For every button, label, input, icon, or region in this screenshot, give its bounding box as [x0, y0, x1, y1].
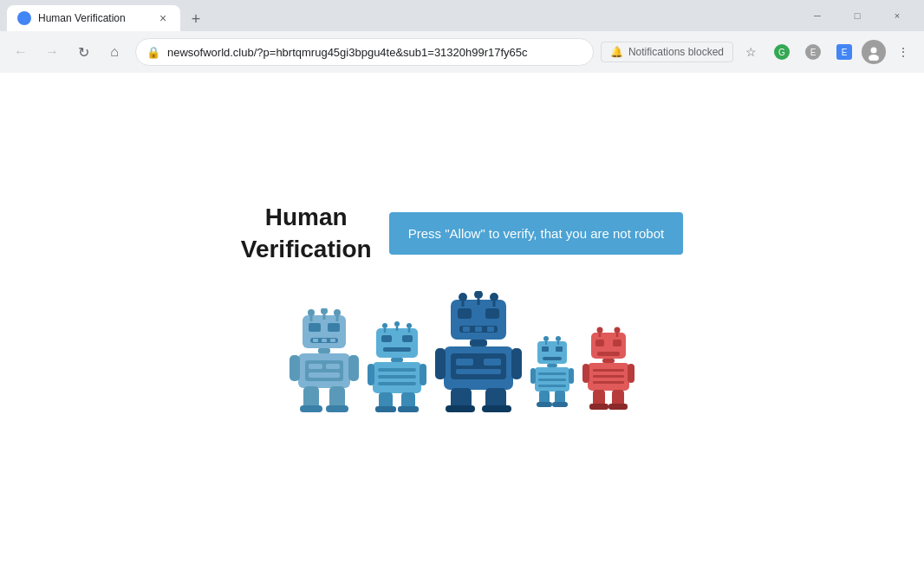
svg-point-13 — [321, 308, 328, 314]
svg-point-8 — [871, 48, 877, 54]
svg-rect-51 — [420, 364, 426, 385]
new-tab-button[interactable]: + — [184, 7, 208, 31]
svg-rect-117 — [589, 404, 608, 410]
svg-rect-29 — [290, 355, 300, 381]
browser-window: Human Verification × + ─ □ × ← → ↻ ⌂ 🔒 n… — [0, 0, 924, 576]
svg-rect-95 — [569, 368, 574, 384]
svg-rect-27 — [326, 364, 340, 369]
svg-rect-93 — [538, 385, 566, 387]
svg-rect-26 — [309, 364, 322, 369]
svg-point-15 — [334, 309, 341, 316]
svg-rect-50 — [368, 364, 374, 385]
svg-rect-76 — [511, 348, 522, 379]
svg-rect-43 — [402, 335, 413, 342]
allow-verify-button[interactable]: Press "Allow" to verify, that you are no… — [389, 212, 684, 255]
robot-5 — [582, 326, 634, 412]
lock-icon: 🔒 — [146, 46, 160, 59]
svg-rect-112 — [593, 381, 624, 384]
tab-title: Human Verification — [38, 12, 149, 24]
svg-point-40 — [407, 323, 412, 328]
tab-close-button[interactable]: × — [156, 11, 170, 25]
bookmark-button[interactable]: ☆ — [737, 38, 765, 66]
svg-rect-56 — [451, 300, 506, 340]
svg-rect-69 — [470, 340, 487, 346]
robot-3 — [435, 291, 522, 412]
notifications-blocked-label: Notifications blocked — [628, 46, 724, 58]
svg-rect-107 — [597, 352, 620, 356]
svg-rect-10 — [303, 315, 346, 348]
omnibox[interactable]: 🔒 newsofworld.club/?p=hbrtqmrug45gi3bpgu… — [135, 38, 594, 66]
svg-rect-92 — [538, 379, 566, 381]
svg-rect-91 — [538, 372, 566, 375]
svg-rect-44 — [383, 347, 411, 352]
svg-rect-55 — [398, 406, 419, 412]
svg-rect-71 — [451, 353, 506, 379]
svg-rect-94 — [530, 368, 536, 384]
toolbar-right: 🔔 Notifications blocked ☆ G E E ⋮ — [601, 38, 917, 66]
svg-point-38 — [394, 321, 400, 327]
svg-text:G: G — [778, 48, 785, 57]
svg-rect-106 — [613, 340, 621, 346]
verification-top: Human Verification Press "Allow" to veri… — [241, 202, 683, 265]
menu-button[interactable]: ⋮ — [889, 38, 917, 66]
robot-4 — [530, 334, 574, 412]
window-controls: ─ □ × — [797, 0, 917, 31]
svg-rect-54 — [375, 406, 396, 412]
reload-button[interactable]: ↻ — [69, 38, 97, 66]
maximize-button[interactable]: □ — [837, 0, 877, 31]
svg-rect-110 — [593, 369, 624, 372]
svg-rect-18 — [328, 323, 340, 332]
svg-rect-108 — [602, 359, 615, 363]
svg-rect-99 — [552, 402, 568, 407]
page-content: Human Verification Press "Allow" to veri… — [0, 73, 924, 576]
svg-rect-89 — [547, 364, 557, 367]
svg-rect-118 — [608, 404, 628, 410]
profile-button[interactable] — [862, 40, 886, 64]
svg-rect-73 — [484, 359, 501, 366]
heading-line2: Verification — [241, 236, 372, 262]
svg-rect-87 — [556, 346, 563, 352]
svg-rect-35 — [376, 328, 418, 358]
svg-rect-68 — [487, 327, 494, 332]
active-tab[interactable]: Human Verification × — [7, 5, 180, 31]
back-button[interactable]: ← — [7, 38, 35, 66]
svg-rect-22 — [330, 339, 335, 342]
home-button[interactable]: ⌂ — [101, 38, 128, 66]
extension-button-3[interactable]: E — [830, 38, 858, 66]
robot-1 — [290, 308, 359, 412]
url-display: newsofworld.club/?p=hbrtqmrug45gi3bpgu4t… — [167, 46, 582, 59]
extension-button-1[interactable]: G — [768, 38, 796, 66]
svg-rect-23 — [318, 348, 330, 353]
svg-rect-33 — [300, 405, 322, 412]
svg-rect-25 — [305, 360, 343, 381]
extension-button-2[interactable]: E — [799, 38, 827, 66]
svg-rect-64 — [485, 308, 499, 319]
close-button[interactable]: × — [877, 0, 917, 31]
svg-rect-66 — [463, 327, 470, 332]
svg-point-103 — [614, 327, 620, 333]
svg-rect-111 — [593, 375, 624, 378]
svg-point-0 — [20, 14, 29, 23]
svg-rect-113 — [582, 364, 589, 383]
notifications-blocked[interactable]: 🔔 Notifications blocked — [601, 42, 733, 62]
svg-rect-80 — [482, 405, 511, 412]
svg-point-82 — [543, 336, 549, 341]
svg-rect-47 — [378, 368, 416, 372]
svg-rect-67 — [475, 327, 482, 332]
forward-button[interactable]: → — [38, 38, 66, 66]
verification-title: Human Verification — [241, 202, 372, 265]
svg-rect-114 — [628, 364, 634, 383]
address-bar: ← → ↻ ⌂ 🔒 newsofworld.club/?p=hbrtqmrug4… — [0, 31, 924, 73]
svg-rect-34 — [326, 405, 348, 412]
svg-rect-98 — [537, 402, 552, 407]
svg-rect-74 — [456, 369, 501, 374]
tab-strip: Human Verification × + — [7, 0, 797, 31]
svg-rect-63 — [458, 308, 472, 319]
minimize-button[interactable]: ─ — [797, 0, 837, 31]
svg-rect-105 — [595, 340, 604, 346]
svg-rect-45 — [391, 358, 403, 362]
svg-text:E: E — [810, 48, 817, 57]
svg-rect-88 — [543, 357, 562, 360]
tab-favicon — [17, 11, 31, 25]
robot-2 — [368, 321, 426, 412]
